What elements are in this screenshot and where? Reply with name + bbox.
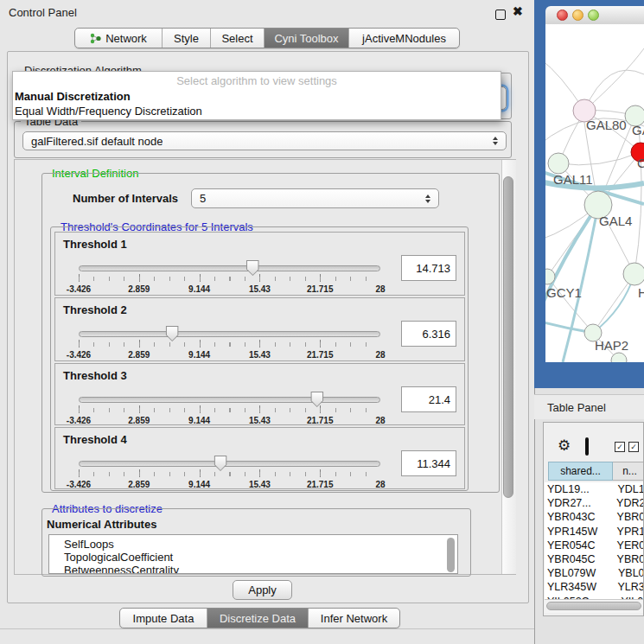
table-header-row: shared... n... xyxy=(544,462,644,481)
scale-label: 2.859 xyxy=(128,480,150,489)
tab-infer-network[interactable]: Infer Network xyxy=(308,609,399,628)
scale-label: 21.715 xyxy=(307,416,334,425)
columns-icon[interactable] xyxy=(585,437,589,456)
threshold-1-value-field[interactable]: 14.713 xyxy=(401,255,456,281)
scale-label: 9.144 xyxy=(188,350,210,360)
network-canvas[interactable]: GAL80 GA C GAL11 GAL4 GCY1 H HAP2 xyxy=(545,24,644,362)
combo-arrows-icon xyxy=(425,194,430,203)
tab-discretize-data-label: Discretize Data xyxy=(220,612,296,625)
network-node-h[interactable] xyxy=(623,263,644,285)
column-header-shared-name[interactable]: shared... xyxy=(548,462,613,481)
threshold-1-label: Threshold 1 xyxy=(63,238,127,251)
scale-label: -3.426 xyxy=(67,480,91,489)
numerical-attributes-list: SelfLoops TopologicalCoefficient Between… xyxy=(48,534,458,574)
number-of-intervals-value: 5 xyxy=(200,192,206,205)
network-icon xyxy=(90,33,101,44)
threshold-1-panel: Threshold 1 -3.426 2.859 9.144 15.43 21.… xyxy=(54,232,465,296)
slider-track[interactable] xyxy=(79,461,380,467)
bottom-divider xyxy=(0,628,534,629)
slider-minor-ticks xyxy=(79,472,380,476)
table-body: YDL19...YDL1 YDR27...YDR2 YBR043CYBR0 YP… xyxy=(545,482,643,599)
minimize-traffic-light-icon[interactable] xyxy=(572,10,583,21)
column-header-name[interactable]: n... xyxy=(613,462,644,481)
tab-impute-data[interactable]: Impute Data xyxy=(120,609,207,628)
window-title: Control Panel xyxy=(9,6,77,19)
select-all-checkbox-icon[interactable]: ✓ xyxy=(615,442,625,452)
scale-label: 28 xyxy=(375,480,385,489)
slider-track[interactable] xyxy=(79,331,380,337)
table-data-combobox[interactable]: galFiltered.sif default node xyxy=(22,131,507,150)
tab-select[interactable]: Select xyxy=(210,29,264,48)
table-row[interactable]: YBR045CYBR0 xyxy=(545,552,643,566)
table-data-value: galFiltered.sif default node xyxy=(31,135,163,148)
threshold-3-panel: Threshold 3 -3.426 2.859 9.144 15.43 21.… xyxy=(54,363,465,425)
numerical-attributes-label: Numerical Attributes xyxy=(47,518,156,531)
slider-minor-ticks xyxy=(79,277,380,281)
dropdown-option-equal-width[interactable]: Equal Width/Frequency Discretization xyxy=(15,105,202,118)
network-window-titlebar[interactable] xyxy=(545,6,644,25)
scale-label: 15.43 xyxy=(249,480,271,489)
tab-discretize-data[interactable]: Discretize Data xyxy=(207,609,308,628)
list-item[interactable]: SelfLoops xyxy=(49,535,457,551)
slider-track[interactable] xyxy=(79,397,380,403)
threshold-3-label: Threshold 3 xyxy=(63,369,127,382)
scale-label: 21.715 xyxy=(307,350,334,360)
scale-label: 28 xyxy=(375,350,385,360)
tab-select-label: Select xyxy=(221,32,252,45)
number-of-intervals-label: Number of Intervals xyxy=(73,192,178,205)
scale-label: -3.426 xyxy=(67,350,91,360)
algorithm-dropdown-popup: Select algorithm to view settings Manual… xyxy=(12,71,501,120)
tab-network[interactable]: Network xyxy=(75,29,162,48)
control-panel-window: Control Panel ✖ Network S xyxy=(0,0,535,644)
tab-style[interactable]: Style xyxy=(162,29,210,48)
zoom-traffic-light-icon[interactable] xyxy=(588,10,599,21)
table-row[interactable]: YER054CYER0 xyxy=(545,539,643,552)
node-label: GAL80 xyxy=(586,118,627,132)
tab-jactivemnodules[interactable]: jActiveMNodules xyxy=(348,29,459,48)
horizontal-scrollbar-track[interactable] xyxy=(545,599,643,613)
threshold-3-value-field[interactable]: 21.4 xyxy=(401,386,456,412)
slider-track[interactable] xyxy=(79,265,380,271)
dropdown-option-manual[interactable]: Manual Discretization xyxy=(15,90,131,103)
scale-label: 2.859 xyxy=(128,416,150,425)
screenshot-root: Control Panel ✖ Network S xyxy=(0,0,644,644)
scale-label: 21.715 xyxy=(307,284,334,294)
threshold-4-value-field[interactable]: 11.344 xyxy=(401,450,456,476)
scale-label: 21.715 xyxy=(307,480,334,489)
list-scrollbar-thumb[interactable] xyxy=(447,538,455,572)
select-none-checkbox-icon[interactable]: ✓ xyxy=(628,442,639,452)
table-row[interactable]: YPR145WYPR1 xyxy=(545,525,643,539)
tab-infer-network-label: Infer Network xyxy=(321,612,387,625)
node-label: C xyxy=(637,156,644,170)
threshold-2-label: Threshold 2 xyxy=(63,303,127,316)
network-node-gal11[interactable] xyxy=(548,153,569,174)
vertical-scrollbar-thumb[interactable] xyxy=(503,176,513,498)
dropdown-hint-item[interactable]: Select algorithm to view settings xyxy=(13,74,501,87)
horizontal-scrollbar-thumb[interactable] xyxy=(546,602,641,610)
scale-label: 9.144 xyxy=(188,284,210,294)
gear-icon[interactable]: ⚙ xyxy=(558,438,571,453)
table-panel-container: ⚙ ✓ ✓ shared... n... YDL19...YDL1 YDR27.… xyxy=(543,422,644,616)
table-row[interactable]: YBL079WYBL0 xyxy=(545,566,643,580)
table-row[interactable]: YLR345WYLR3 xyxy=(545,580,643,594)
list-item[interactable]: TopologicalCoefficient xyxy=(49,551,457,564)
table-row[interactable]: YDL19...YDL1 xyxy=(545,482,643,496)
close-icon[interactable]: ✖ xyxy=(513,4,523,18)
scale-label: 28 xyxy=(375,284,385,294)
tab-network-label: Network xyxy=(105,32,147,45)
tab-cyni-toolbox[interactable]: Cyni Toolbox xyxy=(264,29,348,48)
apply-button[interactable]: Apply xyxy=(233,580,292,600)
scale-label: 2.859 xyxy=(128,284,150,294)
table-row[interactable]: YDR27...YDR2 xyxy=(545,496,643,510)
scale-label: 9.144 xyxy=(188,416,210,425)
number-of-intervals-combobox[interactable]: 5 xyxy=(191,188,439,208)
threshold-2-value-field[interactable]: 6.316 xyxy=(401,321,456,347)
list-item[interactable]: BetweennessCentrality xyxy=(49,564,457,574)
float-window-icon[interactable] xyxy=(495,10,506,20)
tab-impute-data-label: Impute Data xyxy=(133,612,194,625)
network-node-bottom[interactable] xyxy=(611,353,627,362)
table-row[interactable]: YBR043CYBR0 xyxy=(545,510,643,524)
node-label: HAP2 xyxy=(595,338,628,353)
close-traffic-light-icon[interactable] xyxy=(557,10,568,21)
threshold-4-panel: Threshold 4 -3.426 2.859 9.144 15.43 21.… xyxy=(54,427,465,489)
